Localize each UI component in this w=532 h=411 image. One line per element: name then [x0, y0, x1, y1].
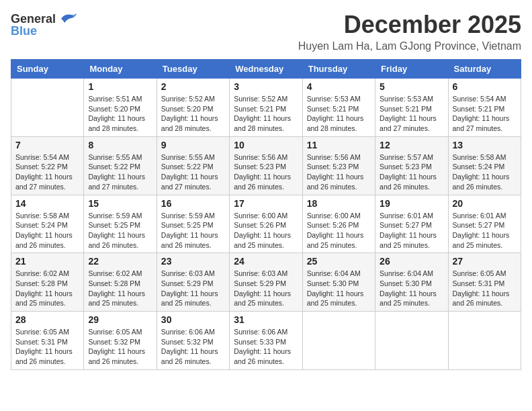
- day-number: 5: [380, 81, 443, 92]
- cell-sun-info: Sunrise: 5:58 AMSunset: 5:24 PMDaylight:…: [453, 152, 517, 192]
- cell-sun-info: Sunrise: 6:02 AMSunset: 5:28 PMDaylight:…: [15, 269, 79, 308]
- calendar-cell: 13Sunrise: 5:58 AMSunset: 5:24 PMDayligh…: [448, 136, 521, 195]
- calendar-cell: 20Sunrise: 6:01 AMSunset: 5:27 PMDayligh…: [448, 195, 521, 253]
- calendar-cell: 31Sunrise: 6:06 AMSunset: 5:33 PMDayligh…: [230, 312, 302, 370]
- day-number: 9: [161, 140, 225, 150]
- calendar-cell: 5Sunrise: 5:53 AMSunset: 5:21 PMDaylight…: [375, 79, 448, 137]
- page-container: General Blue December 2025 Huyen Lam Ha,…: [11, 11, 521, 370]
- calendar-cell: 17Sunrise: 6:00 AMSunset: 5:26 PMDayligh…: [230, 195, 302, 253]
- cell-sun-info: Sunrise: 6:06 AMSunset: 5:33 PMDaylight:…: [234, 327, 298, 367]
- cell-sun-info: Sunrise: 6:02 AMSunset: 5:28 PMDaylight:…: [88, 269, 152, 308]
- calendar-cell: [302, 312, 375, 370]
- calendar-week-row: 7Sunrise: 5:54 AMSunset: 5:22 PMDaylight…: [11, 136, 521, 195]
- calendar-cell: 18Sunrise: 6:00 AMSunset: 5:26 PMDayligh…: [302, 195, 375, 253]
- cell-sun-info: Sunrise: 5:54 AMSunset: 5:21 PMDaylight:…: [453, 94, 517, 134]
- calendar-cell: 21Sunrise: 6:02 AMSunset: 5:28 PMDayligh…: [11, 253, 84, 312]
- calendar-cell: [11, 79, 84, 137]
- weekday-header-row: SundayMondayTuesdayWednesdayThursdayFrid…: [11, 60, 521, 79]
- day-number: 16: [161, 198, 225, 209]
- calendar-cell: 14Sunrise: 5:58 AMSunset: 5:24 PMDayligh…: [11, 195, 84, 253]
- cell-sun-info: Sunrise: 5:53 AMSunset: 5:21 PMDaylight:…: [380, 94, 443, 134]
- day-number: 26: [380, 256, 443, 267]
- logo: General Blue: [11, 11, 78, 38]
- header: General Blue December 2025 Huyen Lam Ha,…: [11, 11, 521, 52]
- day-number: 11: [307, 140, 371, 150]
- cell-sun-info: Sunrise: 5:59 AMSunset: 5:25 PMDaylight:…: [161, 211, 225, 250]
- calendar-cell: 9Sunrise: 5:55 AMSunset: 5:22 PMDaylight…: [157, 136, 229, 195]
- cell-sun-info: Sunrise: 6:05 AMSunset: 5:32 PMDaylight:…: [88, 327, 152, 367]
- cell-sun-info: Sunrise: 5:53 AMSunset: 5:21 PMDaylight:…: [307, 94, 371, 134]
- calendar-cell: [375, 312, 448, 370]
- weekday-header-thursday: Thursday: [302, 60, 375, 79]
- cell-sun-info: Sunrise: 5:59 AMSunset: 5:25 PMDaylight:…: [88, 211, 152, 250]
- calendar-cell: 25Sunrise: 6:04 AMSunset: 5:30 PMDayligh…: [302, 253, 375, 312]
- calendar-cell: 2Sunrise: 5:52 AMSunset: 5:20 PMDaylight…: [157, 79, 229, 137]
- calendar-cell: 8Sunrise: 5:55 AMSunset: 5:22 PMDaylight…: [84, 136, 157, 195]
- calendar-week-row: 1Sunrise: 5:51 AMSunset: 5:20 PMDaylight…: [11, 79, 521, 137]
- cell-sun-info: Sunrise: 5:54 AMSunset: 5:22 PMDaylight:…: [15, 152, 79, 192]
- calendar-cell: 4Sunrise: 5:53 AMSunset: 5:21 PMDaylight…: [302, 79, 375, 137]
- cell-sun-info: Sunrise: 6:00 AMSunset: 5:26 PMDaylight:…: [234, 211, 298, 250]
- day-number: 4: [307, 81, 371, 92]
- day-number: 28: [15, 314, 79, 325]
- day-number: 24: [234, 256, 298, 267]
- calendar-cell: 23Sunrise: 6:03 AMSunset: 5:29 PMDayligh…: [157, 253, 229, 312]
- day-number: 6: [453, 81, 517, 92]
- calendar-cell: 7Sunrise: 5:54 AMSunset: 5:22 PMDaylight…: [11, 136, 84, 195]
- month-title: December 2025: [298, 11, 521, 39]
- day-number: 31: [234, 314, 298, 325]
- calendar-cell: 28Sunrise: 6:05 AMSunset: 5:31 PMDayligh…: [11, 312, 84, 370]
- subtitle: Huyen Lam Ha, Lam GJong Province, Vietna…: [298, 40, 521, 52]
- cell-sun-info: Sunrise: 6:00 AMSunset: 5:26 PMDaylight:…: [307, 211, 371, 250]
- weekday-header-sunday: Sunday: [11, 60, 84, 79]
- day-number: 12: [380, 140, 443, 150]
- calendar-cell: 22Sunrise: 6:02 AMSunset: 5:28 PMDayligh…: [84, 253, 157, 312]
- weekday-header-saturday: Saturday: [448, 60, 521, 79]
- day-number: 27: [453, 256, 517, 267]
- calendar-cell: 11Sunrise: 5:56 AMSunset: 5:23 PMDayligh…: [302, 136, 375, 195]
- calendar-week-row: 14Sunrise: 5:58 AMSunset: 5:24 PMDayligh…: [11, 195, 521, 253]
- calendar-cell: 29Sunrise: 6:05 AMSunset: 5:32 PMDayligh…: [84, 312, 157, 370]
- calendar-cell: [448, 312, 521, 370]
- cell-sun-info: Sunrise: 5:52 AMSunset: 5:21 PMDaylight:…: [234, 94, 298, 134]
- day-number: 14: [15, 198, 79, 209]
- day-number: 10: [234, 140, 298, 150]
- cell-sun-info: Sunrise: 6:04 AMSunset: 5:30 PMDaylight:…: [380, 269, 443, 308]
- calendar-cell: 10Sunrise: 5:56 AMSunset: 5:23 PMDayligh…: [230, 136, 302, 195]
- calendar-cell: 1Sunrise: 5:51 AMSunset: 5:20 PMDaylight…: [84, 79, 157, 137]
- day-number: 1: [88, 81, 152, 92]
- day-number: 25: [307, 256, 371, 267]
- day-number: 15: [88, 198, 152, 209]
- logo-blue-text: Blue: [11, 24, 37, 38]
- weekday-header-wednesday: Wednesday: [230, 60, 302, 79]
- cell-sun-info: Sunrise: 6:05 AMSunset: 5:31 PMDaylight:…: [15, 327, 79, 367]
- day-number: 22: [88, 256, 152, 267]
- day-number: 13: [453, 140, 517, 150]
- day-number: 8: [88, 140, 152, 150]
- day-number: 19: [380, 198, 443, 209]
- day-number: 18: [307, 198, 371, 209]
- cell-sun-info: Sunrise: 5:55 AMSunset: 5:22 PMDaylight:…: [88, 152, 152, 192]
- cell-sun-info: Sunrise: 6:03 AMSunset: 5:29 PMDaylight:…: [234, 269, 298, 308]
- cell-sun-info: Sunrise: 6:01 AMSunset: 5:27 PMDaylight:…: [380, 211, 443, 250]
- cell-sun-info: Sunrise: 5:57 AMSunset: 5:23 PMDaylight:…: [380, 152, 443, 192]
- calendar-cell: 27Sunrise: 6:05 AMSunset: 5:31 PMDayligh…: [448, 253, 521, 312]
- calendar-cell: 24Sunrise: 6:03 AMSunset: 5:29 PMDayligh…: [230, 253, 302, 312]
- cell-sun-info: Sunrise: 5:52 AMSunset: 5:20 PMDaylight:…: [161, 94, 225, 134]
- day-number: 2: [161, 81, 225, 92]
- day-number: 17: [234, 198, 298, 209]
- calendar-cell: 15Sunrise: 5:59 AMSunset: 5:25 PMDayligh…: [84, 195, 157, 253]
- cell-sun-info: Sunrise: 5:58 AMSunset: 5:24 PMDaylight:…: [15, 211, 79, 250]
- weekday-header-monday: Monday: [84, 60, 157, 79]
- cell-sun-info: Sunrise: 6:03 AMSunset: 5:29 PMDaylight:…: [161, 269, 225, 308]
- calendar-cell: 26Sunrise: 6:04 AMSunset: 5:30 PMDayligh…: [375, 253, 448, 312]
- day-number: 20: [453, 198, 517, 209]
- logo-bird-icon: [58, 11, 78, 27]
- day-number: 29: [88, 314, 152, 325]
- title-section: December 2025 Huyen Lam Ha, Lam GJong Pr…: [298, 11, 521, 52]
- calendar-cell: 16Sunrise: 5:59 AMSunset: 5:25 PMDayligh…: [157, 195, 229, 253]
- cell-sun-info: Sunrise: 5:56 AMSunset: 5:23 PMDaylight:…: [234, 152, 298, 192]
- day-number: 3: [234, 81, 298, 92]
- cell-sun-info: Sunrise: 6:01 AMSunset: 5:27 PMDaylight:…: [453, 211, 517, 250]
- day-number: 7: [15, 140, 79, 150]
